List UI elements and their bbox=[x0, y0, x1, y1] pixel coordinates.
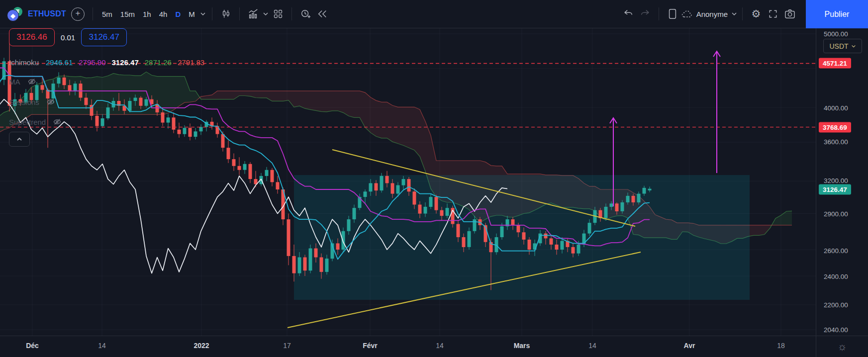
interval-chevron-down-icon[interactable] bbox=[200, 11, 206, 17]
account-chevron-down-icon bbox=[731, 11, 737, 17]
bar-replay-icon[interactable] bbox=[314, 5, 331, 22]
time-tick-17: 17 bbox=[283, 342, 291, 350]
toolbar-divider bbox=[291, 7, 292, 20]
alert-price-label-3768.69[interactable]: 3768.69 bbox=[819, 122, 851, 133]
symbol-button[interactable]: ETHUSDT bbox=[28, 9, 66, 18]
price-tick-2040.00: 2040.00 bbox=[816, 326, 868, 334]
cloud-account-button[interactable]: Anonyme bbox=[681, 9, 737, 18]
ichimoku-value-3: 2871.26 bbox=[145, 58, 172, 67]
indicators-icon[interactable] bbox=[245, 5, 262, 22]
layout-grid-icon[interactable] bbox=[270, 5, 287, 22]
toolbar-divider bbox=[742, 7, 743, 20]
symbol-logo: ₮ ◆ bbox=[7, 7, 24, 21]
timeframe-5m[interactable]: 5m bbox=[98, 7, 116, 21]
time-tick-Avr: Avr bbox=[684, 342, 695, 350]
compare-add-icon[interactable]: + bbox=[71, 7, 85, 21]
time-tick-14: 14 bbox=[588, 342, 596, 350]
candles-style-icon[interactable] bbox=[217, 5, 234, 22]
timeframe-1h[interactable]: 1h bbox=[139, 7, 155, 21]
account-name: Anonyme bbox=[696, 10, 728, 18]
price-tick-3600.00: 3600.00 bbox=[816, 138, 868, 146]
timeframe-M[interactable]: M bbox=[185, 7, 199, 21]
toolbar-right-cluster: Anonyme ⚙ bbox=[620, 5, 798, 22]
eye-off-icon[interactable] bbox=[53, 117, 62, 126]
price-chart-canvas[interactable] bbox=[0, 28, 816, 336]
ichimoku-value-0: 2946.61 bbox=[46, 58, 73, 67]
top-toolbar: ₮ ◆ ETHUSDT + 5m15m1h4hDM bbox=[0, 0, 868, 28]
currency-toggle-button[interactable]: USDT bbox=[823, 39, 862, 53]
alert-price-label-4571.21[interactable]: 4571.21 bbox=[819, 58, 851, 69]
indicator-label-supertrend[interactable]: Supertrend bbox=[9, 118, 46, 126]
time-tick-18: 18 bbox=[777, 342, 785, 350]
buy-ask-button[interactable]: 3126.47 bbox=[81, 28, 127, 46]
settings-gear-icon[interactable]: ⚙ bbox=[748, 5, 765, 22]
price-tick-5000.00: 5000.00 bbox=[816, 30, 868, 38]
time-tick-14: 14 bbox=[436, 342, 444, 350]
currency-chevron-down-icon bbox=[851, 44, 856, 49]
tradingview-app: ₮ ◆ ETHUSDT + 5m15m1h4hDM bbox=[0, 0, 868, 357]
price-tick-3200.00: 3200.00 bbox=[816, 177, 868, 184]
indicator-row-sessions: Sessions bbox=[9, 97, 55, 106]
price-tick-2200.00: 2200.00 bbox=[816, 301, 868, 309]
ichimoku-value-1: 2795.90 bbox=[79, 58, 105, 67]
ichimoku-legend-row: Ichimoku 2946.612795.903126.472871.26279… bbox=[9, 58, 204, 67]
sell-bid-button[interactable]: 3126.46 bbox=[9, 28, 55, 46]
currency-label: USDT bbox=[829, 42, 848, 50]
price-tick-2400.00: 2400.00 bbox=[816, 273, 868, 280]
indicators-chevron-down-icon[interactable] bbox=[263, 11, 269, 17]
last-price-label: 3126.47 bbox=[819, 184, 851, 195]
legend-collapse-button[interactable] bbox=[9, 132, 30, 147]
time-tick-2022: 2022 bbox=[193, 342, 209, 350]
ichimoku-values: 2946.612795.903126.472871.262791.83 bbox=[46, 58, 204, 67]
cloud-icon bbox=[681, 9, 693, 18]
timeframe-D[interactable]: D bbox=[171, 7, 185, 21]
timeframe-list: 5m15m1h4hDM bbox=[98, 7, 199, 21]
eye-off-icon[interactable] bbox=[27, 77, 36, 86]
price-tick-2600.00: 2600.00 bbox=[816, 247, 868, 255]
timeframe-4h[interactable]: 4h bbox=[155, 7, 172, 21]
ichimoku-value-2: 3126.47 bbox=[112, 58, 139, 67]
highlight-box-drawing[interactable] bbox=[294, 175, 750, 300]
price-tick-2900.00: 2900.00 bbox=[816, 210, 868, 218]
toolbar-divider bbox=[212, 7, 212, 20]
indicator-row-ma: MA bbox=[9, 77, 36, 86]
time-tick-Mars: Mars bbox=[514, 342, 530, 350]
indicator-row-supertrend: Supertrend bbox=[9, 117, 62, 126]
chart-pane[interactable] bbox=[0, 28, 816, 336]
arrow-up-drawing-1[interactable] bbox=[713, 51, 720, 173]
layout-template-icon[interactable] bbox=[664, 5, 681, 22]
time-tick-14: 14 bbox=[98, 342, 106, 350]
eye-off-icon[interactable] bbox=[46, 97, 55, 106]
ichimoku-value-4: 2791.83 bbox=[178, 58, 204, 67]
publish-button[interactable]: Publier bbox=[806, 0, 868, 28]
undo-icon[interactable] bbox=[620, 5, 637, 22]
time-tick-Déc: Déc bbox=[26, 342, 39, 350]
redo-icon[interactable] bbox=[637, 5, 654, 22]
toolbar-divider bbox=[239, 7, 240, 20]
toolbar-divider bbox=[93, 7, 93, 20]
price-axis[interactable]: USDT 5000.004000.003600.003200.002900.00… bbox=[816, 28, 868, 336]
axis-settings-corner[interactable]: ☼ bbox=[816, 336, 868, 357]
timeframe-15m[interactable]: 15m bbox=[116, 7, 139, 21]
bid-ask-row: 3126.46 0.01 3126.47 bbox=[9, 28, 127, 46]
indicator-label-ma[interactable]: MA bbox=[9, 78, 20, 86]
alert-add-icon[interactable] bbox=[297, 5, 314, 22]
toolbar-divider bbox=[659, 7, 659, 20]
time-tick-Févr: Févr bbox=[363, 342, 378, 350]
ethereum-coin-icon: ◆ bbox=[7, 9, 19, 21]
fullscreen-icon[interactable] bbox=[765, 5, 781, 22]
screenshot-camera-icon[interactable] bbox=[781, 5, 798, 22]
indicator-label-sessions[interactable]: Sessions bbox=[9, 98, 39, 106]
time-axis[interactable]: Déc14202217Févr14Mars14Avr18 bbox=[0, 336, 816, 357]
sun-icon[interactable]: ☼ bbox=[837, 341, 847, 353]
ichimoku-indicator-label[interactable]: Ichimoku bbox=[9, 58, 39, 67]
price-tick-4000.00: 4000.00 bbox=[816, 104, 868, 112]
spread-value: 0.01 bbox=[61, 33, 75, 42]
